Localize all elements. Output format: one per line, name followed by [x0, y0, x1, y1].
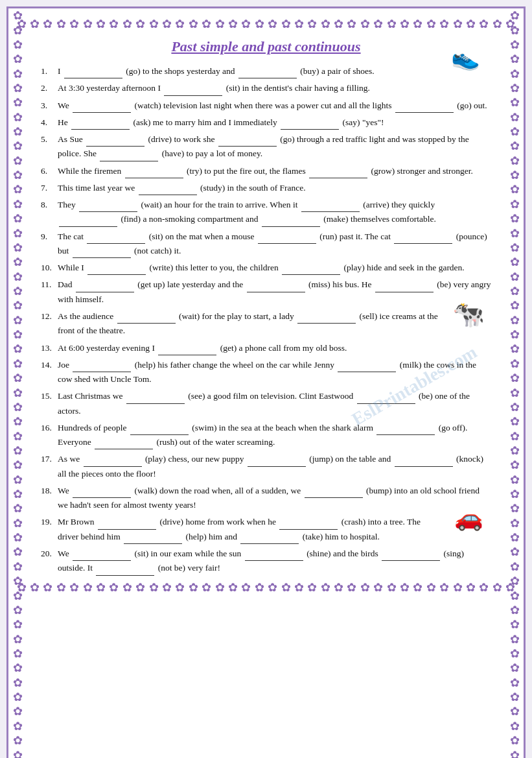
exercise-item-15: 15.Last Christmas we (see) a good film o… [41, 389, 491, 418]
exercise-num-17: 17. [41, 452, 55, 481]
exercise-item-5: 5.As Sue (drive) to work she (go) throug… [41, 132, 491, 161]
exercise-num-11: 11. [41, 278, 55, 307]
exercise-text-7: This time last year we (study) in the so… [58, 181, 491, 195]
exercise-num-1: 1. [41, 64, 55, 78]
exercise-item-4: 4.He (ask) me to marry him and I immedia… [41, 115, 491, 130]
exercise-num-5: 5. [41, 132, 55, 161]
exercise-num-19: 19. [41, 515, 55, 544]
border-left: ✿✿✿✿✿✿✿✿✿✿✿✿✿✿✿✿✿✿✿✿✿✿✿✿✿✿✿✿✿✿✿✿✿✿✿✿✿✿✿✿… [8, 8, 27, 758]
exercise-text-19: 🚗Mr Brown (drive) home from work when he… [58, 515, 491, 544]
exercise-num-18: 18. [41, 484, 55, 513]
exercise-item-13: 13.At 6:00 yesterday evening I (get) a p… [41, 341, 491, 355]
exercises-container: 1.👟I (go) to the shops yesterday and (bu… [41, 64, 491, 576]
exercise-item-18: 18.We (walk) down the road when, all of … [41, 484, 491, 513]
exercise-text-14: Joe (help) his father change the wheel o… [58, 358, 491, 387]
border-bottom: ✿✿✿✿✿✿✿✿✿✿✿✿✿✿✿✿✿✿✿✿✿✿✿✿✿✿✿✿✿✿✿✿✿✿✿✿✿✿ [15, 578, 517, 597]
exercise-num-7: 7. [41, 181, 55, 195]
border-right: ✿✿✿✿✿✿✿✿✿✿✿✿✿✿✿✿✿✿✿✿✿✿✿✿✿✿✿✿✿✿✿✿✿✿✿✿✿✿✿✿… [505, 8, 524, 758]
exercise-text-15: Last Christmas we (see) a good film on t… [58, 389, 491, 418]
exercise-num-12: 12. [41, 309, 55, 338]
exercise-text-1: 👟I (go) to the shops yesterday and (buy)… [58, 64, 491, 78]
exercise-text-16: Hundreds of people (swim) in the sea at … [58, 421, 491, 450]
exercise-num-6: 6. [41, 164, 55, 178]
exercise-text-3: We (watch) television last night when th… [58, 99, 491, 113]
exercise-item-11: 11.Dad (get up) late yesterday and the (… [41, 278, 491, 307]
exercise-text-5: As Sue (drive) to work she (go) through … [58, 132, 491, 161]
exercise-num-3: 3. [41, 99, 55, 113]
exercise-num-16: 16. [41, 421, 55, 450]
exercise-num-9: 9. [41, 230, 55, 259]
exercise-num-13: 13. [41, 341, 55, 355]
exercise-text-9: The cat (sit) on the mat when a mouse (r… [58, 230, 491, 259]
exercise-num-8: 8. [41, 198, 55, 227]
border-top: ✿✿✿✿✿✿✿✿✿✿✿✿✿✿✿✿✿✿✿✿✿✿✿✿✿✿✿✿✿✿✿✿✿✿✿✿✿✿ [15, 15, 517, 33]
exercise-num-14: 14. [41, 358, 55, 387]
exercise-text-10: While I (write) this letter to you, the … [58, 261, 491, 275]
exercise-text-20: We (sit) in our exam while the sun (shin… [58, 547, 491, 576]
page: ✿✿✿✿✿✿✿✿✿✿✿✿✿✿✿✿✿✿✿✿✿✿✿✿✿✿✿✿✿✿✿✿✿✿✿✿✿✿ ✿… [6, 6, 526, 758]
exercise-item-20: 20.We (sit) in our exam while the sun (s… [41, 547, 491, 576]
exercise-item-2: 2.At 3:30 yesterday afternoon I (sit) in… [41, 81, 491, 95]
exercise-num-4: 4. [41, 115, 55, 130]
exercise-item-14: 14.Joe (help) his father change the whee… [41, 358, 491, 387]
exercise-text-6: While the firemen (try) to put the fire … [58, 164, 491, 178]
exercise-item-3: 3.We (watch) television last night when … [41, 99, 491, 113]
shoes-image: 👟 [439, 45, 491, 71]
exercise-item-10: 10.While I (write) this letter to you, t… [41, 261, 491, 275]
exercise-num-15: 15. [41, 389, 55, 418]
exercise-item-16: 16.Hundreds of people (swim) in the sea … [41, 421, 491, 450]
exercise-item-8: 8.They (wait) an hour for the train to a… [41, 198, 491, 227]
exercise-num-20: 20. [41, 547, 55, 576]
exercise-num-10: 10. [41, 261, 55, 275]
exercise-item-19: 19.🚗Mr Brown (drive) home from work when… [41, 515, 491, 544]
exercise-text-4: He (ask) me to marry him and I immediate… [58, 115, 491, 130]
exercise-text-13: At 6:00 yesterday evening I (get) a phon… [58, 341, 491, 355]
exercise-text-18: We (walk) down the road when, all of a s… [58, 484, 491, 513]
exercise-text-8: They (wait) an hour for the train to arr… [58, 198, 491, 227]
main-content: Past simple and past continuous 1.👟I (go… [36, 38, 496, 576]
exercise-item-1: 1.👟I (go) to the shops yesterday and (bu… [41, 64, 491, 78]
exercise-text-12: 🐄As the audience (wait) for the play to … [58, 309, 491, 338]
page-title: Past simple and past continuous [41, 38, 491, 55]
cow-image: 🐄 [446, 296, 491, 332]
exercise-num-2: 2. [41, 81, 55, 95]
exercise-item-6: 6.While the firemen (try) to put the fir… [41, 164, 491, 178]
exercise-item-7: 7.This time last year we (study) in the … [41, 181, 491, 195]
exercise-text-11: Dad (get up) late yesterday and the (mis… [58, 278, 491, 307]
exercise-item-9: 9.The cat (sit) on the mat when a mouse … [41, 230, 491, 259]
car-image: 🚗 [446, 502, 491, 534]
exercise-item-12: 12.🐄As the audience (wait) for the play … [41, 309, 491, 338]
exercise-item-17: 17.As we (play) chess, our new puppy (ju… [41, 452, 491, 481]
exercise-text-2: At 3:30 yesterday afternoon I (sit) in t… [58, 81, 491, 95]
exercise-text-17: As we (play) chess, our new puppy (jump)… [58, 452, 491, 481]
